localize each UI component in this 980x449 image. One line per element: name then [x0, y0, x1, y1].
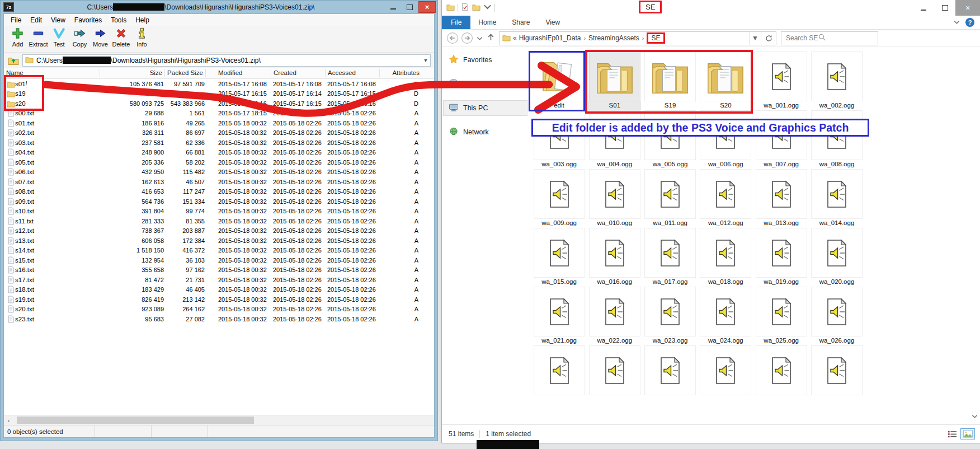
file-tile-wa_025-ogg[interactable]: wa_025.ogg — [753, 287, 809, 345]
table-row[interactable]: s02.txt 326 311 86 697 2015-05-18 00:32 … — [4, 128, 434, 138]
file-tile-wa_017-ogg[interactable]: wa_017.ogg — [643, 228, 698, 287]
file-tile-clipped[interactable] — [809, 345, 864, 404]
table-row[interactable]: s04.txt 248 900 66 881 2015-05-18 00:32 … — [4, 148, 434, 158]
file-tile-wa_019-ogg[interactable]: wa_019.ogg — [753, 228, 809, 287]
delete-button[interactable]: Delete — [111, 27, 131, 48]
move-button[interactable]: Move — [90, 27, 111, 48]
tile-icon-box[interactable] — [534, 169, 585, 219]
help-icon[interactable]: ? — [965, 18, 974, 27]
tile-icon-box[interactable] — [756, 169, 807, 219]
table-row[interactable]: s20.txt 923 089 264 162 2015-05-18 00:32… — [4, 305, 434, 315]
tile-icon-box[interactable] — [700, 228, 751, 278]
tile-icon-box[interactable] — [811, 52, 863, 101]
tile-icon-box[interactable] — [644, 52, 696, 101]
tile-icon-box[interactable] — [700, 345, 751, 395]
minimize-button[interactable] — [385, 2, 401, 12]
column-header-modified[interactable]: Modified — [206, 69, 271, 77]
file-tile-clipped[interactable] — [643, 345, 698, 404]
close-button[interactable]: × — [955, 0, 980, 16]
table-row[interactable]: s19 2015-05-17 16:15 2015-05-17 16:14 20… — [4, 89, 434, 99]
tile-icon-box[interactable] — [589, 345, 640, 395]
file-tile-wa_021-ogg[interactable]: wa_021.ogg — [531, 287, 587, 345]
chevron-down-icon[interactable] — [483, 3, 492, 13]
tile-icon-box[interactable] — [534, 287, 585, 336]
file-tile-wa_005-ogg[interactable]: wa_005.ogg — [643, 110, 698, 169]
file-tile-wa_002-ogg[interactable]: wa_002.ogg — [809, 52, 864, 110]
chevron-down-icon[interactable]: ▼ — [421, 58, 430, 63]
sidebar-item-favorites[interactable]: Favorites — [442, 53, 530, 67]
tile-icon-box[interactable] — [589, 52, 640, 101]
tile-icon-box[interactable] — [811, 110, 863, 160]
table-row[interactable]: s08.txt 416 653 117 247 2015-05-18 00:32… — [4, 187, 434, 197]
sidebar-item-thispc[interactable]: This PC — [444, 101, 527, 115]
tile-icon-box[interactable] — [756, 110, 807, 160]
menu-file[interactable]: File — [6, 15, 26, 25]
properties-doc-icon[interactable] — [461, 3, 469, 13]
column-header-accessed[interactable]: Accessed — [326, 69, 380, 77]
table-row[interactable]: s06.txt 432 950 115 482 2015-05-18 00:32… — [4, 167, 434, 177]
file-tile-wa_013-ogg[interactable]: wa_013.ogg — [753, 169, 809, 228]
tab-file[interactable]: File — [442, 16, 470, 29]
file-tile-wa_006-ogg[interactable]: wa_006.ogg — [698, 110, 753, 169]
tile-icon-box[interactable] — [644, 345, 696, 395]
table-row[interactable]: s11.txt 281 333 81 355 2015-05-18 00:32 … — [4, 216, 434, 226]
breadcrumb-item-higurashiep01_data[interactable]: HigurashiEp01_Data — [519, 34, 581, 42]
file-tile-wa_014-ogg[interactable]: wa_014.ogg — [809, 169, 864, 228]
tile-icon-box[interactable] — [644, 228, 696, 278]
table-row[interactable]: s17.txt 81 472 21 731 2015-05-18 00:32 2… — [4, 275, 434, 285]
breadcrumb-collapsed[interactable]: « — [513, 34, 517, 42]
tile-icon-box[interactable] — [700, 110, 751, 160]
up-button[interactable] — [486, 32, 496, 44]
address-combobox[interactable]: C:\Users\Downloads\Higurashi\HigurashiPS… — [22, 54, 431, 67]
file-tile-wa_024-ogg[interactable]: wa_024.ogg — [698, 287, 753, 345]
parent-folder-button[interactable] — [7, 55, 20, 66]
add-button[interactable]: Add — [7, 27, 28, 48]
table-row[interactable]: s16.txt 355 658 97 162 2015-05-18 00:32 … — [4, 265, 434, 275]
menu-edit[interactable]: Edit — [26, 15, 46, 25]
file-tile-wa_012-ogg[interactable]: wa_012.ogg — [698, 169, 753, 228]
tab-view[interactable]: View — [538, 16, 568, 29]
file-tile-wa_003-ogg[interactable]: wa_003.ogg — [531, 110, 587, 169]
tile-icon-box[interactable] — [811, 345, 863, 395]
file-tile-wa_026-ogg[interactable]: wa_026.ogg — [809, 287, 864, 345]
chevron-down-icon[interactable]: ▼ — [749, 32, 761, 45]
tile-icon-box[interactable] — [589, 228, 640, 278]
file-tile-clipped[interactable] — [698, 345, 753, 404]
menu-help[interactable]: Help — [131, 15, 154, 25]
tile-icon-box[interactable] — [534, 228, 585, 278]
back-button[interactable] — [446, 32, 459, 44]
thumbnail-view-button[interactable] — [961, 429, 974, 439]
folder-icon[interactable] — [446, 3, 455, 13]
tile-icon-box[interactable] — [700, 169, 751, 219]
file-tile-clipped[interactable] — [531, 345, 587, 404]
file-tile-wa_020-ogg[interactable]: wa_020.ogg — [809, 228, 864, 287]
table-row[interactable]: s13.txt 606 058 172 384 2015-05-18 00:32… — [4, 236, 434, 246]
table-row[interactable]: s01 105 376 481 97 591 709 2015-05-17 16… — [4, 79, 434, 89]
details-view-button[interactable] — [945, 429, 959, 439]
test-button[interactable]: Test — [49, 27, 69, 48]
table-row[interactable]: s14.txt 1 518 150 416 372 2015-05-18 00:… — [4, 246, 434, 256]
file-tile-wa_023-ogg[interactable]: wa_023.ogg — [643, 287, 698, 345]
info-button[interactable]: Info — [131, 27, 152, 48]
file-tile-wa_010-ogg[interactable]: wa_010.ogg — [587, 169, 642, 228]
tile-icon-box[interactable] — [811, 228, 863, 278]
menu-favorites[interactable]: Favorites — [70, 15, 106, 25]
minimize-button[interactable] — [913, 0, 934, 16]
tile-icon-box[interactable] — [534, 52, 585, 101]
file-tile-wa_016-ogg[interactable]: wa_016.ogg — [587, 228, 642, 287]
file-tile-clipped[interactable] — [587, 345, 642, 404]
tile-icon-box[interactable] — [644, 169, 696, 219]
file-tile-wa_004-ogg[interactable]: wa_004.ogg — [587, 110, 642, 169]
tab-share[interactable]: Share — [504, 16, 538, 29]
sidebar-item-homegroup[interactable]: Homegroup — [442, 77, 530, 91]
folder-tile-s19[interactable]: S19 — [643, 52, 698, 110]
tile-icon-box[interactable] — [811, 287, 863, 336]
tile-icon-box[interactable] — [534, 110, 585, 160]
column-header-name[interactable]: Name — [4, 69, 100, 77]
tile-icon-box[interactable] — [756, 287, 807, 336]
menu-view[interactable]: View — [46, 15, 70, 25]
folder-tile-s20[interactable]: S20 — [698, 52, 753, 110]
file-tile-wa_007-ogg[interactable]: wa_007.ogg — [753, 110, 809, 169]
table-row[interactable]: s10.txt 391 804 99 774 2015-05-18 00:32 … — [4, 207, 434, 217]
file-tile-wa_001-ogg[interactable]: wa_001.ogg — [753, 52, 809, 110]
